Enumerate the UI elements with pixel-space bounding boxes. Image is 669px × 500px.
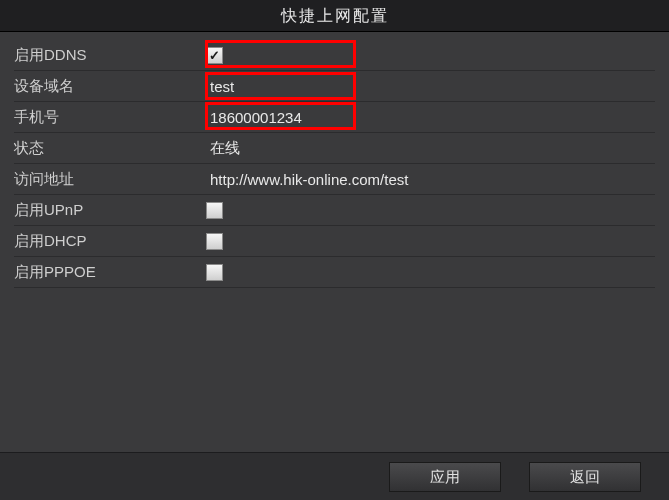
checkbox-enable-dhcp[interactable] [206,233,223,250]
label-enable-ddns: 启用DDNS [14,46,206,65]
input-device-domain[interactable] [206,76,655,97]
label-device-domain: 设备域名 [14,77,206,96]
dialog-title: 快捷上网配置 [0,0,669,32]
label-enable-upnp: 启用UPnP [14,201,206,220]
row-enable-ddns: 启用DDNS ✓ [14,40,655,71]
label-status: 状态 [14,139,206,158]
button-bar: 应用 返回 [0,452,669,500]
input-phone[interactable] [206,107,655,128]
label-phone: 手机号 [14,108,206,127]
value-status: 在线 [206,139,240,158]
row-device-domain: 设备域名 [14,71,655,102]
check-icon: ✓ [209,49,220,62]
label-enable-pppoe: 启用PPPOE [14,263,206,282]
row-phone: 手机号 [14,102,655,133]
apply-button[interactable]: 应用 [389,462,501,492]
value-access-url: http://www.hik-online.com/test [206,171,408,188]
form-area: 启用DDNS ✓ 设备域名 手机号 状态 在线 访问地址 http://www.… [0,32,669,288]
row-enable-pppoe: 启用PPPOE [14,257,655,288]
row-enable-dhcp: 启用DHCP [14,226,655,257]
back-button[interactable]: 返回 [529,462,641,492]
row-enable-upnp: 启用UPnP [14,195,655,226]
checkbox-enable-ddns[interactable]: ✓ [206,47,223,64]
label-access-url: 访问地址 [14,170,206,189]
checkbox-enable-pppoe[interactable] [206,264,223,281]
label-enable-dhcp: 启用DHCP [14,232,206,251]
row-status: 状态 在线 [14,133,655,164]
checkbox-enable-upnp[interactable] [206,202,223,219]
row-access-url: 访问地址 http://www.hik-online.com/test [14,164,655,195]
